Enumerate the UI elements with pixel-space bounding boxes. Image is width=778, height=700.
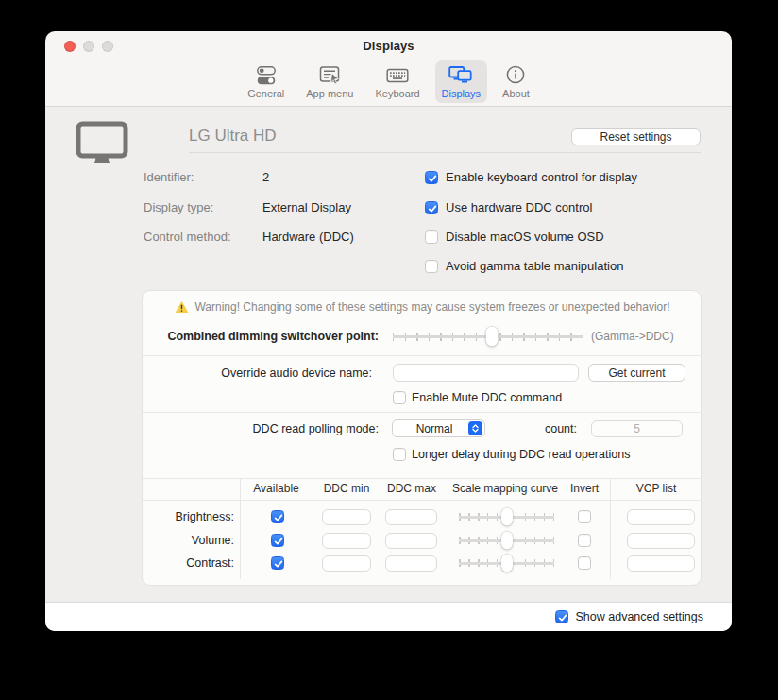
tab-label: General (247, 88, 284, 100)
control-method-label: Control method: (144, 230, 257, 245)
audio-name-input[interactable] (393, 364, 579, 382)
audio-name-label: Override audio device name: (143, 366, 372, 381)
dimming-switchover-slider[interactable] (393, 326, 584, 347)
option-label: Enable keyboard control for display (446, 170, 637, 185)
display-type-label: Display type: (144, 200, 257, 215)
display-type-value: External Display (262, 200, 351, 215)
longer-delay-checkbox[interactable] (393, 448, 406, 461)
brightness-ddc-max-input[interactable] (385, 509, 437, 525)
col-header-ddc-min: DDC min (318, 482, 375, 496)
app-menu-icon (316, 64, 343, 87)
display-name: LG Ultra HD (189, 127, 277, 145)
keyboard-icon (384, 64, 411, 87)
volume-vcp-input[interactable] (627, 533, 695, 549)
brightness-invert-checkbox[interactable] (578, 510, 591, 523)
option-label: Avoid gamma table manipulation (446, 259, 623, 274)
slider-thumb[interactable] (501, 555, 513, 572)
divider (189, 152, 701, 153)
divider (313, 478, 313, 579)
keyboard-control-checkbox[interactable] (425, 171, 438, 184)
zoom-button[interactable] (102, 41, 113, 52)
tab-label: Keyboard (375, 88, 419, 100)
toolbar: General App menu (45, 60, 732, 107)
disable-osd-checkbox[interactable] (425, 230, 438, 244)
warning-row: Warning! Changing some of these settings… (143, 300, 702, 314)
brightness-vcp-input[interactable] (627, 509, 695, 525)
mute-ddc-label: Enable Mute DDC command (412, 391, 562, 404)
col-header-invert: Invert (566, 482, 603, 496)
control-method-value: Hardware (DDC) (262, 230, 354, 245)
tab-displays[interactable]: Displays (435, 60, 488, 103)
brightness-ddc-min-input[interactable] (322, 509, 371, 525)
tab-label: About (502, 88, 530, 100)
contrast-invert-checkbox[interactable] (578, 556, 591, 570)
dimming-suffix: (Gamma->DDC) (591, 329, 674, 344)
volume-ddc-max-input[interactable] (385, 533, 437, 549)
volume-invert-checkbox[interactable] (578, 534, 591, 547)
brightness-curve-slider[interactable] (459, 507, 554, 526)
contrast-available-checkbox[interactable] (271, 556, 284, 570)
option-keyboard-control: Enable keyboard control for display (425, 170, 637, 185)
get-current-button[interactable]: Get current (588, 364, 685, 382)
show-advanced-checkbox[interactable] (555, 610, 568, 623)
divider (143, 355, 702, 356)
option-disable-osd: Disable macOS volume OSD (425, 230, 604, 245)
tab-general[interactable]: General (241, 60, 291, 103)
contrast-row-label: Contrast: (143, 555, 234, 571)
window-title: Displays (363, 39, 414, 53)
count-field[interactable]: 5 (591, 420, 683, 437)
footer-bar: Show advanced settings (45, 602, 732, 631)
advanced-settings-panel: Warning! Changing some of these settings… (142, 290, 702, 586)
mute-ddc-checkbox[interactable] (393, 391, 406, 404)
volume-available-checkbox[interactable] (271, 534, 284, 547)
tab-app-menu[interactable]: App menu (299, 60, 360, 103)
traffic-lights (64, 31, 113, 60)
volume-ddc-min-input[interactable] (322, 533, 371, 549)
displays-icon (448, 64, 474, 87)
polling-mode-value: Normal (400, 422, 468, 435)
reset-settings-button[interactable]: Reset settings (571, 128, 701, 145)
col-header-available: Available (240, 482, 313, 496)
col-header-vcp: VCP list (610, 482, 702, 496)
warning-icon (175, 300, 189, 314)
dimming-switchover-label: Combined dimming switchover point: (143, 329, 379, 344)
slider-thumb[interactable] (486, 327, 499, 347)
polling-mode-label: DDC read polling mode: (143, 421, 379, 436)
contrast-curve-slider[interactable] (459, 554, 554, 572)
volume-curve-slider[interactable] (459, 531, 554, 550)
tab-label: App menu (306, 88, 353, 100)
monitor-icon (74, 120, 130, 169)
stepper-icon (468, 421, 482, 435)
tab-label: Displays (442, 88, 482, 100)
divider (143, 500, 702, 501)
divider (143, 412, 702, 413)
display-settings-pane: LG Ultra HD Reset settings Identifier: 2… (45, 107, 732, 602)
mute-option-row: Enable Mute DDC command (393, 391, 562, 404)
displays-window: Displays General (45, 31, 732, 631)
delay-option-row: Longer delay during DDC read operations (393, 448, 630, 461)
contrast-ddc-min-input[interactable] (322, 555, 371, 572)
brightness-available-checkbox[interactable] (271, 510, 284, 523)
count-label: count: (530, 421, 577, 436)
col-header-ddc-max: DDC max (383, 482, 440, 496)
slider-thumb[interactable] (501, 508, 513, 526)
polling-mode-dropdown[interactable]: Normal (392, 419, 485, 437)
tab-keyboard[interactable]: Keyboard (368, 60, 426, 103)
minimize-button[interactable] (83, 41, 94, 52)
show-advanced-label: Show advanced settings (575, 610, 703, 623)
contrast-ddc-max-input[interactable] (385, 555, 437, 572)
close-button[interactable] (64, 41, 76, 52)
slider-thumb[interactable] (501, 532, 513, 550)
volume-row-label: Volume: (143, 533, 234, 548)
identifier-value: 2 (262, 170, 269, 185)
avoid-gamma-checkbox[interactable] (425, 260, 438, 273)
info-icon (502, 64, 529, 87)
option-avoid-gamma: Avoid gamma table manipulation (425, 259, 623, 274)
hardware-ddc-checkbox[interactable] (425, 201, 438, 214)
divider (143, 478, 702, 479)
warning-text: Warning! Changing some of these settings… (194, 300, 669, 314)
brightness-row-label: Brightness: (143, 509, 234, 524)
longer-delay-label: Longer delay during DDC read operations (412, 448, 630, 461)
tab-about[interactable]: About (496, 60, 536, 103)
contrast-vcp-input[interactable] (627, 555, 695, 572)
